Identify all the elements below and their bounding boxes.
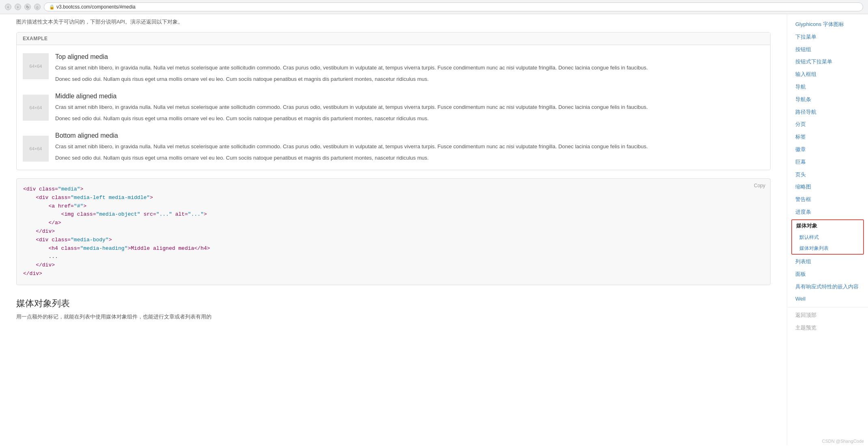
example-content: 64×64 Top aligned media Cras sit amet ni… <box>17 45 770 170</box>
sidebar-item-backtop[interactable]: 返回顶部 <box>787 309 868 322</box>
sidebar-item-alert[interactable]: 警告框 <box>787 193 868 206</box>
sidebar-item-jumbotron[interactable]: 巨幕 <box>787 156 868 169</box>
code-line-6: </div> <box>23 228 55 234</box>
sidebar-item-theme[interactable]: 主题预览 <box>787 322 868 334</box>
code-line-1: <div class="media"> <box>23 186 83 192</box>
example-box: EXAMPLE 64×64 Top aligned media Cras sit… <box>16 32 771 170</box>
watermark: CSDN @ShangCode <box>822 439 864 444</box>
code-line-8: <h4 class="media-heading">Middle aligned… <box>23 245 210 251</box>
media-title-middle: Middle aligned media <box>55 93 648 100</box>
reload-button[interactable]: ↻ <box>24 4 31 10</box>
media-item-top: 64×64 Top aligned media Cras sit amet ni… <box>23 53 764 83</box>
media-p1-top: Cras sit amet nibh libero, in gravida nu… <box>55 64 648 72</box>
sidebar-item-dropdown[interactable]: 下拉菜单 <box>787 31 868 43</box>
sidebar-item-media[interactable]: 媒体对象 <box>792 220 863 232</box>
code-line-4: <img class="media-object" src="..." alt=… <box>23 211 207 217</box>
sidebar-section-media: 媒体对象 默认样式 媒体对象列表 <box>791 219 864 255</box>
media-body-middle: Middle aligned media Cras sit amet nibh … <box>55 93 648 122</box>
code-line-3: <a href="#"> <box>23 203 86 209</box>
sidebar-item-pagination[interactable]: 分页 <box>787 118 868 131</box>
back-button[interactable]: ‹ <box>5 4 11 10</box>
media-title-bottom: Bottom aligned media <box>55 132 648 139</box>
section-title: 媒体对象列表 <box>16 297 771 310</box>
browser-bar: ‹ › ↻ ⌂ 🔒 v3.bootcss.com/components/#med… <box>0 0 868 14</box>
media-p2-bottom: Donec sed odio dui. Nullam quis risus eg… <box>55 154 648 162</box>
sidebar-item-breadcrumb[interactable]: 路径导航 <box>787 106 868 119</box>
code-line-10: </div> <box>23 262 55 268</box>
example-label: EXAMPLE <box>17 32 770 45</box>
code-line-11: </div> <box>23 271 42 277</box>
media-title-top: Top aligned media <box>55 53 648 61</box>
sidebar-item-well[interactable]: Well <box>787 293 868 305</box>
media-thumb-top: 64×64 <box>23 53 49 79</box>
code-line-7: <div class="media-body"> <box>23 237 112 243</box>
sidebar-item-thumbnail[interactable]: 缩略图 <box>787 181 868 193</box>
sidebar: Glyphicons 字体图标 下拉菜单 按钮组 按钮式下拉菜单 输入框组 导航… <box>787 14 868 446</box>
code-block: <div class="media"> <div class="media-le… <box>23 185 764 278</box>
top-description: 图片描述性文本关于可访问的，下部分说明API。演示还返回以下对象。 <box>16 14 771 32</box>
sidebar-item-btngroup[interactable]: 按钮组 <box>787 43 868 56</box>
sidebar-item-inputgroup[interactable]: 输入框组 <box>787 68 868 81</box>
sidebar-item-media-list[interactable]: 媒体对象列表 <box>792 243 863 254</box>
media-thumb-bottom: 64×64 <box>23 136 49 162</box>
media-item-bottom: 64×64 Bottom aligned media Cras sit amet… <box>23 132 764 162</box>
sidebar-item-glyphicons[interactable]: Glyphicons 字体图标 <box>787 18 868 31</box>
sidebar-item-embed[interactable]: 具有响应式特性的嵌入内容 <box>787 281 868 293</box>
sidebar-item-panel[interactable]: 面板 <box>787 268 868 281</box>
sidebar-item-badge[interactable]: 徽章 <box>787 143 868 156</box>
section-desc: 用一点额外的标记，就能在列表中使用媒体对象组件，也能进行文章或者列表有用的 <box>16 313 771 321</box>
url-text: v3.bootcss.com/components/#media <box>56 4 136 10</box>
sidebar-item-navbar[interactable]: 导航条 <box>787 93 868 106</box>
code-line-2: <div class="media-left media-middle"> <box>23 195 153 201</box>
sidebar-item-nav[interactable]: 导航 <box>787 81 868 93</box>
lock-icon: 🔒 <box>49 4 55 10</box>
home-button[interactable]: ⌂ <box>34 4 41 10</box>
main-content: 图片描述性文本关于可访问的，下部分说明API。演示还返回以下对象。 EXAMPL… <box>0 14 787 446</box>
code-line-5: </a> <box>23 220 61 226</box>
sidebar-item-media-default[interactable]: 默认样式 <box>792 232 863 243</box>
sidebar-divider <box>787 307 868 307</box>
media-item-middle: 64×64 Middle aligned media Cras sit amet… <box>23 93 764 122</box>
media-p1-bottom: Cras sit amet nibh libero, in gravida nu… <box>55 143 648 151</box>
media-thumb-middle: 64×64 <box>23 95 49 121</box>
url-bar[interactable]: 🔒 v3.bootcss.com/components/#media <box>44 2 863 11</box>
sidebar-item-listgroup[interactable]: 列表组 <box>787 255 868 268</box>
sidebar-item-label[interactable]: 标签 <box>787 131 868 143</box>
code-line-9: ... <box>23 253 58 260</box>
media-p2-middle: Donec sed odio dui. Nullam quis risus eg… <box>55 115 648 123</box>
sidebar-item-progress[interactable]: 进度条 <box>787 206 868 219</box>
media-p1-middle: Cras sit amet nibh libero, in gravida nu… <box>55 103 648 111</box>
media-body-bottom: Bottom aligned media Cras sit amet nibh … <box>55 132 648 162</box>
media-body-top: Top aligned media Cras sit amet nibh lib… <box>55 53 648 83</box>
sidebar-item-pagehead[interactable]: 页头 <box>787 169 868 181</box>
code-box: Copy <div class="media"> <div class="med… <box>16 178 771 285</box>
media-p2-top: Donec sed odio dui. Nullam quis risus eg… <box>55 75 648 83</box>
forward-button[interactable]: › <box>15 4 21 10</box>
copy-button[interactable]: Copy <box>754 183 765 188</box>
sidebar-item-btndropdown[interactable]: 按钮式下拉菜单 <box>787 56 868 68</box>
page-layout: 图片描述性文本关于可访问的，下部分说明API。演示还返回以下对象。 EXAMPL… <box>0 14 868 446</box>
